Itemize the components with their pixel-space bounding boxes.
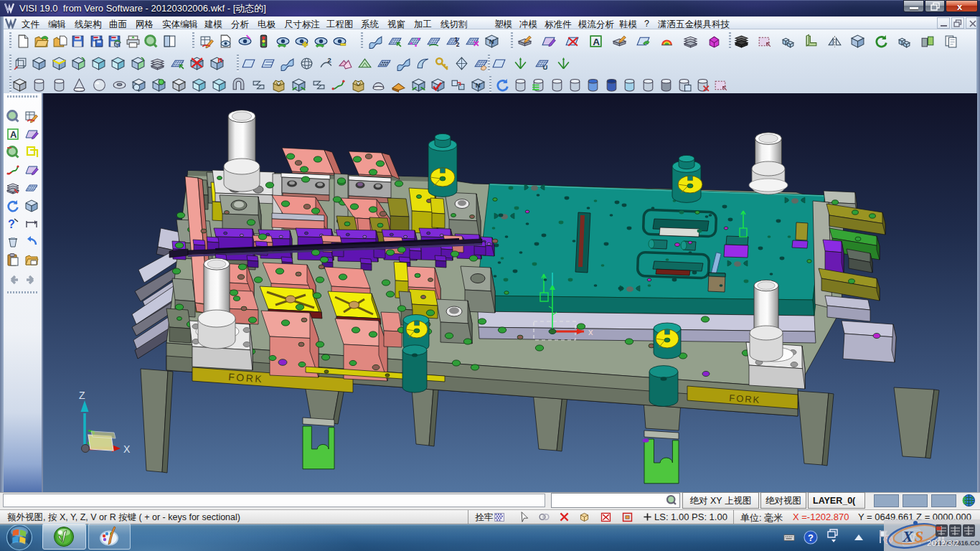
svg-text:x: x [588,326,593,337]
svg-text:X: X [123,443,131,455]
svg-text:FORK: FORK [228,371,264,385]
svg-text:R: R [218,56,223,64]
svg-text:2: 2 [328,56,331,64]
svg-text:?: ? [8,218,15,230]
svg-text:S: S [915,527,923,545]
svg-text:U: U [543,63,548,71]
svg-text:A: A [10,129,17,140]
svg-text:N: N [476,81,481,89]
svg-text:?: ? [808,532,814,543]
svg-text:2: 2 [456,41,460,48]
svg-text:Z: Z [79,390,85,401]
svg-text:FORK: FORK [729,392,761,405]
svg-text:X: X [902,527,914,545]
svg-text:A: A [593,37,600,47]
svg-text:N: N [489,37,494,45]
